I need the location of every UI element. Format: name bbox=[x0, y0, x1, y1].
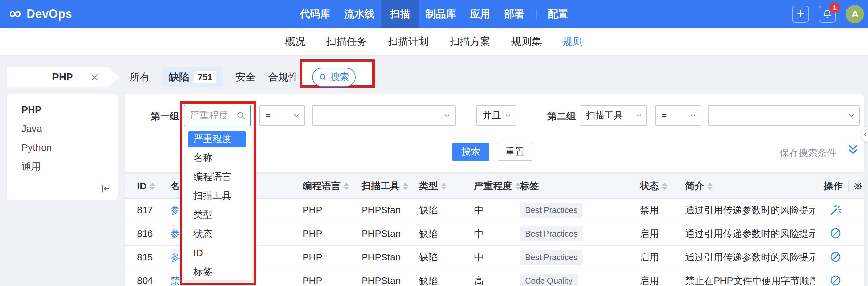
top-nav-menu: 代码库流水线扫描制品库应用部署配置 bbox=[293, 0, 575, 28]
dropdown-option[interactable]: 状态 bbox=[182, 224, 252, 244]
fixed-action-header: 操作 bbox=[817, 174, 864, 198]
sort-carets bbox=[707, 183, 713, 190]
topnav-item[interactable]: 部署 bbox=[497, 0, 531, 28]
subnav-item[interactable]: 扫描方案 bbox=[450, 35, 490, 48]
selected-language-chip[interactable]: PHP bbox=[7, 67, 120, 87]
dropdown-option[interactable]: 严重程度 bbox=[188, 131, 246, 147]
close-icon[interactable] bbox=[90, 73, 99, 82]
field1-combobox[interactable]: 严重程度 bbox=[184, 105, 251, 126]
notifications-button[interactable]: 1 bbox=[819, 6, 836, 23]
topnav-item[interactable]: 代码库 bbox=[293, 0, 337, 28]
dropdown-option[interactable]: 类型 bbox=[182, 206, 252, 224]
sidebar-item-language[interactable]: 通用 bbox=[7, 157, 118, 176]
sidebar-item-language[interactable]: Java bbox=[7, 119, 118, 138]
cell-actions bbox=[817, 246, 864, 269]
disable-rule-button[interactable] bbox=[829, 227, 842, 241]
column-header-label: 扫描工具 bbox=[362, 180, 400, 193]
topnav-item[interactable]: 流水线 bbox=[337, 0, 381, 28]
header-divider bbox=[848, 180, 849, 192]
operator1-value: = bbox=[266, 110, 271, 121]
collapse-sidebar-icon[interactable] bbox=[100, 184, 110, 194]
operator2-select[interactable]: = bbox=[655, 105, 702, 126]
sidebar-item-language[interactable]: Python bbox=[7, 138, 118, 157]
cell-tag: Best Practices bbox=[520, 222, 583, 245]
column-header-label: 严重程度 bbox=[474, 180, 512, 193]
cell-tool: PHPStan bbox=[362, 199, 401, 222]
enable-rule-button[interactable] bbox=[829, 203, 842, 217]
cell-language: PHP bbox=[303, 246, 322, 269]
gear-icon[interactable] bbox=[852, 181, 864, 192]
ban-icon bbox=[829, 274, 842, 286]
search-button[interactable]: 搜索 bbox=[452, 143, 489, 161]
caret-down-icon bbox=[662, 187, 668, 190]
dropdown-option[interactable]: 名称 bbox=[182, 149, 252, 168]
tab[interactable]: 安全 bbox=[235, 70, 256, 84]
subnav-item[interactable]: 规则 bbox=[563, 35, 583, 48]
caret-up-icon bbox=[344, 183, 349, 185]
search-toggle-button[interactable]: 搜索 bbox=[312, 68, 355, 87]
action-column-label: 操作 bbox=[824, 180, 843, 193]
cell-language: PHP bbox=[303, 199, 322, 222]
topnav-item[interactable]: 制品库 bbox=[419, 0, 463, 28]
subnav-item[interactable]: 规则集 bbox=[512, 35, 542, 48]
tab[interactable]: 合规性 bbox=[268, 70, 299, 84]
subnav-item[interactable]: 扫描计划 bbox=[388, 35, 429, 48]
avatar[interactable]: A bbox=[846, 5, 864, 23]
logic-select[interactable]: 并且 bbox=[476, 105, 516, 126]
sidebar-item-language[interactable]: PHP bbox=[7, 100, 118, 119]
cell-severity: 高 bbox=[474, 269, 484, 286]
cell-type: 缺陷 bbox=[419, 269, 438, 286]
dropdown-option[interactable]: 扫描工具 bbox=[182, 186, 252, 206]
topnav-item[interactable]: 应用 bbox=[463, 0, 497, 28]
logo[interactable]: ∞ DevOps bbox=[9, 0, 72, 28]
sort-carets bbox=[441, 183, 446, 190]
column-header[interactable]: 状态 bbox=[640, 174, 668, 198]
column-header[interactable]: 严重程度 bbox=[474, 174, 521, 198]
sort-carets bbox=[344, 183, 349, 190]
dropdown-option[interactable]: ID bbox=[182, 244, 252, 262]
ban-icon bbox=[829, 250, 842, 264]
value1-select[interactable] bbox=[312, 105, 456, 126]
column-header[interactable]: ID bbox=[137, 174, 155, 198]
notification-badge: 1 bbox=[829, 2, 840, 13]
column-header-label: 类型 bbox=[419, 180, 438, 193]
chevron-down-icon bbox=[689, 112, 697, 119]
double-chevron-down-icon[interactable] bbox=[847, 144, 859, 156]
disable-rule-button[interactable] bbox=[829, 274, 842, 286]
tab[interactable]: 缺陷751 bbox=[162, 67, 223, 87]
topnav-item[interactable]: 扫描 bbox=[381, 0, 419, 28]
cell-type: 缺陷 bbox=[419, 222, 438, 245]
ban-icon bbox=[829, 227, 842, 241]
add-button[interactable]: + bbox=[792, 6, 809, 23]
caret-up-icon bbox=[150, 183, 155, 185]
subnav-item[interactable]: 扫描任务 bbox=[327, 35, 367, 48]
tab[interactable]: 所有 bbox=[129, 70, 150, 84]
caret-down-icon bbox=[441, 187, 446, 190]
save-search-link[interactable]: 保存搜索条件 bbox=[779, 147, 837, 160]
cell-description: 通过引用传递参数时的风险提示 bbox=[685, 246, 815, 269]
subnav-item[interactable]: 概况 bbox=[285, 35, 306, 48]
dropdown-option[interactable]: 编程语言 bbox=[182, 168, 252, 186]
cell-language: PHP bbox=[303, 269, 322, 286]
caret-up-icon bbox=[441, 183, 446, 185]
dropdown-option[interactable]: 标签 bbox=[182, 262, 252, 280]
cell-tool: PHPStan bbox=[362, 269, 401, 286]
topnav-item[interactable]: 配置 bbox=[541, 0, 575, 28]
column-header[interactable]: 简介 bbox=[685, 174, 815, 198]
value2-select[interactable] bbox=[708, 105, 860, 126]
tag-badge: Code Quality bbox=[520, 274, 578, 286]
search-icon bbox=[319, 73, 327, 81]
reset-button[interactable]: 重置 bbox=[498, 143, 532, 161]
cell-tag: Best Practices bbox=[520, 199, 583, 222]
cell-actions bbox=[817, 199, 864, 222]
cell-status: 禁用 bbox=[640, 199, 659, 222]
column-header[interactable]: 编程语言 bbox=[303, 174, 349, 198]
language-list: PHPJavaPython通用 bbox=[7, 100, 118, 176]
column-header[interactable]: 扫描工具 bbox=[362, 174, 408, 198]
column-header[interactable]: 类型 bbox=[419, 174, 446, 198]
disable-rule-button[interactable] bbox=[829, 250, 842, 264]
caret-up-icon bbox=[662, 183, 668, 185]
field-dropdown-menu: 严重程度名称编程语言扫描工具类型状态ID标签 bbox=[182, 128, 252, 280]
operator1-select[interactable]: = bbox=[259, 105, 305, 126]
field2-select[interactable]: 扫描工具 bbox=[580, 105, 647, 126]
